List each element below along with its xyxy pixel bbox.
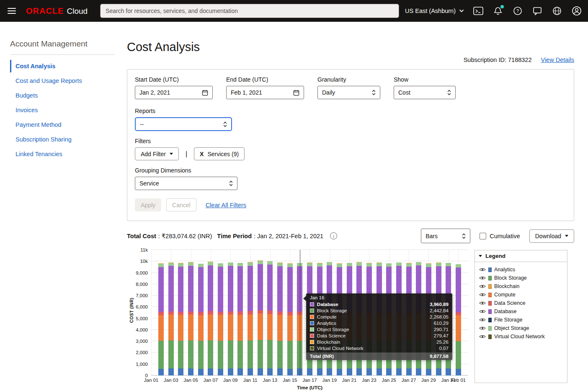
bar-segment bbox=[178, 312, 183, 315]
bar-segment bbox=[277, 341, 283, 369]
legend-label: Analytics bbox=[494, 267, 515, 273]
global-search[interactable] bbox=[100, 4, 399, 18]
sidebar-item-cost-analysis[interactable]: Cost Analysis bbox=[10, 60, 115, 72]
bar-segment bbox=[287, 267, 293, 312]
legend-item-data-science[interactable]: Data Science bbox=[479, 299, 563, 307]
help-button[interactable]: ? bbox=[512, 5, 523, 16]
tooltip-row: Virtual Cloud Network0.07 bbox=[306, 345, 452, 351]
legend-panel: Legend AnalyticsBlock StorageBlockchainC… bbox=[475, 250, 567, 383]
legend-item-block-storage[interactable]: Block Storage bbox=[479, 274, 563, 282]
sidebar-item-subscription-sharing[interactable]: Subscription Sharing bbox=[10, 133, 115, 146]
feedback-button[interactable] bbox=[532, 5, 543, 16]
bar-segment bbox=[237, 266, 243, 311]
bar-jan-13[interactable] bbox=[267, 261, 273, 376]
reports-select[interactable]: -- bbox=[135, 117, 232, 131]
bar-segment bbox=[158, 267, 164, 312]
eye-icon[interactable] bbox=[479, 317, 486, 322]
sidebar-item-linked-tenancies[interactable]: Linked Tenancies bbox=[10, 148, 115, 160]
region-selector[interactable]: US East (Ashburn) bbox=[405, 8, 464, 14]
legend-item-file-storage[interactable]: File Storage bbox=[479, 316, 563, 324]
legend-items: AnalyticsBlock StorageBlockchainComputeD… bbox=[475, 262, 567, 344]
bar-jan-12[interactable] bbox=[258, 260, 263, 376]
download-button[interactable]: Download bbox=[529, 229, 574, 243]
bar-jan-02[interactable] bbox=[158, 263, 164, 376]
y-tick-label: 8,000 bbox=[136, 282, 148, 287]
grouping-select[interactable]: Service bbox=[135, 177, 237, 190]
hamburger-menu-icon[interactable] bbox=[8, 8, 16, 14]
bar-jan-05[interactable] bbox=[188, 262, 193, 376]
calendar-icon[interactable] bbox=[202, 90, 208, 96]
clear-all-filters-link[interactable]: Clear All Filters bbox=[206, 202, 247, 208]
bar-jan-15[interactable] bbox=[287, 263, 293, 376]
eye-icon[interactable] bbox=[479, 326, 486, 331]
end-date-input[interactable]: Feb 1, 2021 bbox=[226, 86, 304, 99]
remove-filter-x-icon[interactable]: X bbox=[200, 151, 204, 157]
bar-jan-07[interactable] bbox=[208, 262, 213, 376]
legend-item-blockchain[interactable]: Blockchain bbox=[479, 282, 563, 291]
bar-jan-14[interactable] bbox=[277, 262, 283, 376]
granularity-select[interactable]: Daily bbox=[317, 86, 380, 99]
end-date-label: End Date (UTC) bbox=[226, 76, 304, 83]
services-filter-label: Services (9) bbox=[207, 151, 239, 157]
sidebar-item-cost-and-usage-reports[interactable]: Cost and Usage Reports bbox=[10, 75, 115, 87]
legend-item-virtual-cloud-network[interactable]: Virtual Cloud Network bbox=[479, 332, 563, 341]
notifications-button[interactable] bbox=[493, 5, 503, 16]
cumulative-toggle[interactable]: Cumulative bbox=[480, 233, 520, 239]
bar-jan-06[interactable] bbox=[198, 264, 204, 376]
legend-item-database[interactable]: Database bbox=[479, 307, 563, 316]
bar-segment bbox=[168, 368, 174, 376]
eye-icon[interactable] bbox=[479, 334, 486, 339]
eye-icon[interactable] bbox=[479, 284, 486, 289]
bar-segment bbox=[347, 368, 352, 376]
bar-segment bbox=[228, 266, 233, 311]
sidebar-item-payment-method[interactable]: Payment Method bbox=[10, 118, 115, 131]
legend-item-object-storage[interactable]: Object Storage bbox=[479, 324, 563, 332]
bar-jan-03[interactable] bbox=[168, 262, 174, 376]
bar-jan-09[interactable] bbox=[228, 262, 233, 376]
total-cost-label: Total Cost bbox=[127, 233, 156, 239]
cloud-shell-button[interactable] bbox=[473, 5, 484, 16]
bar-jan-08[interactable] bbox=[218, 263, 223, 376]
eye-icon[interactable] bbox=[479, 301, 486, 306]
bar-segment bbox=[416, 368, 421, 376]
start-date-input[interactable]: Jan 2, 2021 bbox=[135, 86, 213, 99]
plot-area[interactable]: Jan 16 Database3,960.89Block Storage2,44… bbox=[151, 250, 468, 376]
legend-header[interactable]: Legend bbox=[475, 250, 567, 262]
sidebar-item-invoices[interactable]: Invoices bbox=[10, 104, 115, 116]
cumulative-checkbox[interactable] bbox=[480, 233, 486, 239]
tooltip-series-value: 279.47 bbox=[434, 333, 449, 338]
legend-item-compute[interactable]: Compute bbox=[479, 291, 563, 299]
info-icon[interactable]: i bbox=[330, 232, 337, 239]
services-filter-chip[interactable]: X Services (9) bbox=[194, 147, 245, 160]
calendar-icon[interactable] bbox=[293, 90, 299, 96]
show-select[interactable]: Cost bbox=[394, 86, 456, 99]
legend-item-analytics[interactable]: Analytics bbox=[479, 265, 563, 274]
language-button[interactable] bbox=[552, 5, 562, 16]
tooltip-series-label: Blockchain bbox=[317, 340, 433, 345]
chart-type-select[interactable]: Bars bbox=[421, 229, 470, 243]
legend-swatch bbox=[488, 293, 492, 297]
eye-icon[interactable] bbox=[479, 309, 486, 314]
eye-icon[interactable] bbox=[479, 292, 486, 297]
eye-icon[interactable] bbox=[479, 275, 486, 280]
bar-segment bbox=[228, 368, 233, 376]
bar-jan-11[interactable] bbox=[248, 262, 253, 376]
bar-segment bbox=[366, 263, 372, 267]
view-details-link[interactable]: View Details bbox=[541, 57, 574, 63]
bar-segment bbox=[237, 368, 243, 376]
tooltip-total-value: 9,877.58 bbox=[430, 354, 449, 359]
bar-segment bbox=[228, 311, 233, 315]
brand-logo[interactable]: ORACLE Cloud bbox=[26, 6, 88, 16]
eye-icon[interactable] bbox=[479, 267, 486, 272]
cancel-button[interactable]: Cancel bbox=[166, 198, 196, 211]
tooltip-swatch bbox=[310, 327, 314, 332]
profile-button[interactable] bbox=[571, 5, 582, 16]
bar-feb-01[interactable] bbox=[456, 264, 461, 376]
apply-button[interactable]: Apply bbox=[135, 198, 161, 211]
bar-jan-04[interactable] bbox=[178, 263, 183, 376]
gridline-h bbox=[151, 261, 468, 261]
sidebar-item-budgets[interactable]: Budgets bbox=[10, 89, 115, 102]
add-filter-button[interactable]: Add Filter bbox=[135, 147, 179, 160]
bar-jan-10[interactable] bbox=[237, 263, 243, 376]
search-input[interactable] bbox=[106, 8, 394, 14]
